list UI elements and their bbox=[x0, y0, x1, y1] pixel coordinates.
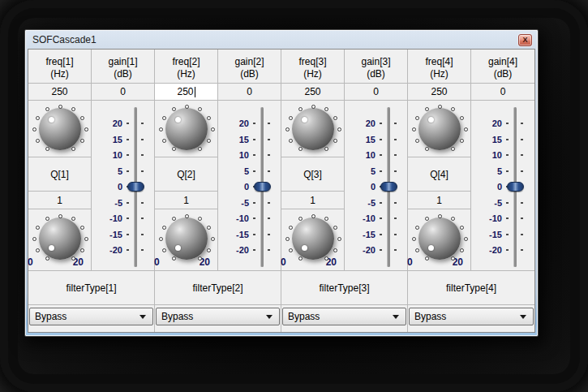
freq-knob-cell bbox=[155, 101, 218, 157]
gain-unit: (dB) bbox=[114, 68, 132, 80]
slider-tick-label: -15 bbox=[220, 227, 249, 242]
q-value-field[interactable]: 1 bbox=[281, 192, 345, 209]
freq-unit: (Hz) bbox=[430, 68, 449, 80]
slider-tick bbox=[127, 234, 129, 235]
freq-knob-cell bbox=[28, 101, 92, 157]
freq-value-field[interactable]: 250 bbox=[28, 84, 92, 101]
slider-thumb[interactable] bbox=[127, 182, 144, 192]
gain-slider[interactable]: 20151050-5-10-15-20 bbox=[471, 101, 534, 271]
gain-value-field[interactable]: 0 bbox=[345, 84, 408, 101]
knob-tick-dot bbox=[289, 139, 293, 143]
q-label: Q[1] bbox=[50, 169, 69, 180]
knob-tick-dot bbox=[289, 116, 293, 120]
filter-type-dropdown[interactable]: Bypass bbox=[29, 308, 153, 325]
freq-name: freq[3] bbox=[298, 56, 326, 68]
gain-value-field[interactable]: 0 bbox=[92, 84, 155, 101]
q-label: Q[2] bbox=[177, 169, 195, 180]
knob-tick-dot bbox=[412, 237, 416, 241]
slider-tick bbox=[521, 218, 523, 219]
gain-value-field[interactable]: 0 bbox=[218, 84, 281, 101]
freq-knob[interactable] bbox=[418, 108, 461, 150]
gain-name: gain[1] bbox=[108, 56, 137, 68]
filter-type-dropdown[interactable]: Bypass bbox=[282, 308, 406, 325]
slider-thumb[interactable] bbox=[254, 182, 271, 192]
gain-name: gain[4] bbox=[488, 56, 517, 68]
slider-tick bbox=[141, 249, 144, 251]
gain-slider[interactable]: 20151050-5-10-15-20 bbox=[345, 101, 408, 271]
text-caret bbox=[195, 87, 195, 97]
freq-knob[interactable] bbox=[39, 108, 81, 150]
q-value-field[interactable]: 1 bbox=[28, 192, 92, 209]
slider-tick-label: 20 bbox=[346, 116, 376, 131]
q-min-label: 0 bbox=[407, 256, 413, 268]
slider-tick bbox=[127, 139, 129, 140]
filter-group-1: freq[1] (Hz) gain[1] (dB) 250 0 20151050… bbox=[28, 50, 155, 332]
knob-tick-dot bbox=[172, 107, 176, 111]
gain-unit: (dB) bbox=[367, 68, 385, 80]
q-value-field[interactable]: 1 bbox=[155, 192, 218, 209]
filter-type-value: Bypass bbox=[35, 311, 67, 322]
knob-tick-dot bbox=[460, 226, 464, 230]
freq-knob-cell bbox=[408, 101, 471, 157]
slider-tick-label: -20 bbox=[220, 243, 249, 257]
close-button[interactable]: X bbox=[518, 34, 532, 46]
q-label: Q[3] bbox=[303, 169, 322, 180]
knob-tick-dot bbox=[451, 217, 455, 221]
q-label-cell: Q[4] bbox=[408, 157, 471, 192]
filter-type-dropdown[interactable]: Bypass bbox=[156, 308, 280, 325]
gain-slider[interactable]: 20151050-5-10-15-20 bbox=[92, 101, 155, 271]
gain-slider[interactable]: 20151050-5-10-15-20 bbox=[218, 101, 281, 271]
slider-tick-label: 0 bbox=[220, 179, 249, 194]
q-value-field[interactable]: 1 bbox=[408, 192, 471, 209]
q-label-cell: Q[2] bbox=[155, 157, 218, 192]
knob-tick-dot bbox=[425, 217, 429, 221]
slider-tick-label: 5 bbox=[220, 164, 249, 179]
freq-knob[interactable] bbox=[292, 108, 334, 150]
freq-value-field[interactable]: 250 bbox=[281, 84, 345, 101]
slider-tick bbox=[521, 170, 523, 172]
slider-thumb[interactable] bbox=[507, 182, 524, 192]
slider-tick-label: -20 bbox=[473, 243, 502, 257]
knob-indicator-dot bbox=[302, 117, 307, 123]
slider-tick-label: 10 bbox=[473, 148, 502, 162]
window-titlebar[interactable]: SOFCascade1 X bbox=[25, 30, 538, 49]
freq-value-field[interactable]: 250 bbox=[408, 84, 471, 101]
slider-tick bbox=[141, 139, 144, 140]
knob-tick-dot bbox=[36, 139, 40, 143]
filter-type-cell: Bypass bbox=[28, 305, 155, 332]
gain-header: gain[2] (dB) bbox=[218, 50, 281, 84]
dropdown-arrow-icon bbox=[393, 315, 399, 319]
knob-tick-dot bbox=[211, 127, 215, 131]
freq-knob[interactable] bbox=[165, 108, 208, 150]
knob-tick-dot bbox=[80, 248, 84, 252]
q-knob[interactable] bbox=[292, 218, 334, 260]
slider-tick-label: -10 bbox=[93, 211, 122, 226]
q-knob[interactable] bbox=[39, 218, 81, 260]
slider-thumb[interactable] bbox=[380, 182, 397, 192]
filter-type-dropdown[interactable]: Bypass bbox=[409, 308, 534, 325]
gain-value: 0 bbox=[500, 86, 506, 97]
slider-tick bbox=[380, 234, 382, 235]
freq-unit: (Hz) bbox=[50, 68, 69, 80]
slider-tick bbox=[394, 170, 397, 172]
knob-tick-dot bbox=[464, 127, 468, 131]
slider-tick bbox=[506, 139, 509, 140]
freq-value-field[interactable]: 250 bbox=[155, 84, 218, 101]
freq-header: freq[2] (Hz) bbox=[155, 50, 218, 84]
knob-tick-dot bbox=[198, 107, 202, 111]
knob-tick-dot bbox=[333, 139, 337, 143]
knob-tick-dot bbox=[207, 226, 211, 230]
q-knob[interactable] bbox=[418, 218, 461, 260]
slider-tick bbox=[268, 249, 270, 251]
gain-value-field[interactable]: 0 bbox=[471, 84, 534, 101]
slider-tick bbox=[141, 123, 144, 124]
knob-tick-dot bbox=[298, 256, 303, 261]
knob-indicator-dot bbox=[49, 245, 54, 251]
q-knob[interactable] bbox=[165, 218, 208, 260]
slider-tick-label: 15 bbox=[93, 132, 122, 147]
slider-tick-label: 15 bbox=[220, 132, 249, 147]
knob-tick-dot bbox=[460, 139, 464, 143]
filter-type-cell: Bypass bbox=[281, 305, 408, 332]
slider-tick-label: 15 bbox=[346, 132, 376, 147]
slider-tick bbox=[268, 123, 270, 124]
